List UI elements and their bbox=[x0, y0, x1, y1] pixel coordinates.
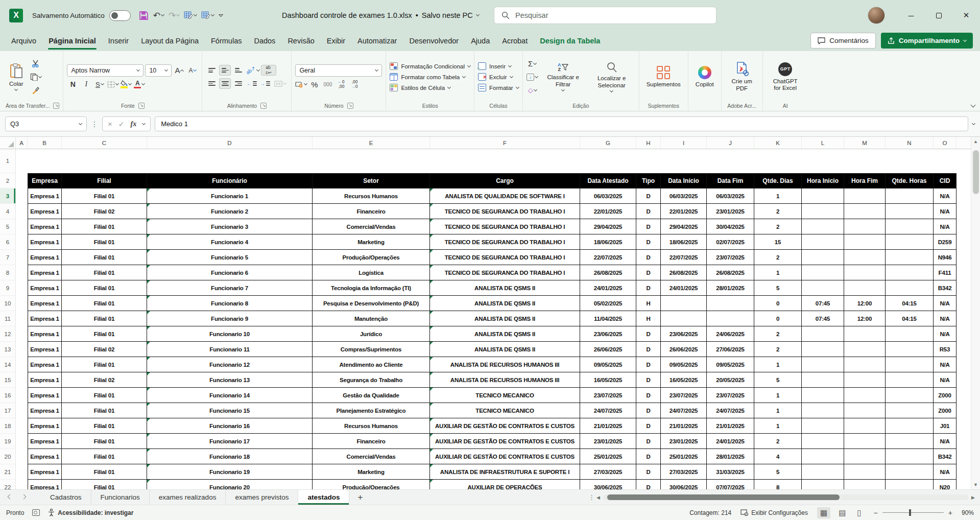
table-cell[interactable]: TECNICO DE SEGURANCA DO TRABALHO I bbox=[430, 265, 580, 280]
table-cell[interactable] bbox=[886, 388, 934, 403]
table-cell[interactable]: ANALISTA DE QSMS II bbox=[430, 326, 580, 342]
delete-cells-button[interactable]: ✕Excluir bbox=[478, 73, 519, 81]
table-cell[interactable]: 29/04/2025 bbox=[580, 219, 636, 234]
table-cell[interactable]: Empresa 1 bbox=[28, 219, 62, 234]
table-header-cargo[interactable]: Cargo bbox=[430, 173, 580, 188]
table-cell[interactable]: D bbox=[636, 372, 661, 388]
table-cell[interactable] bbox=[802, 234, 844, 250]
table-cell[interactable]: 1 bbox=[754, 188, 802, 204]
table-header-setor[interactable]: Setor bbox=[313, 173, 430, 188]
copy-icon[interactable] bbox=[30, 72, 41, 82]
table-cell[interactable] bbox=[802, 342, 844, 357]
table-cell[interactable] bbox=[802, 388, 844, 403]
page-break-view-icon[interactable]: ▯ bbox=[854, 507, 864, 518]
table-cell[interactable] bbox=[886, 403, 934, 418]
table-cell[interactable]: N/A bbox=[934, 326, 957, 342]
table-cell[interactable]: 22/01/2025 bbox=[580, 204, 636, 219]
scroll-left-icon[interactable]: ◀ bbox=[596, 495, 600, 500]
table-cell[interactable]: Marketing bbox=[313, 464, 430, 480]
copilot-button[interactable]: Copilot bbox=[692, 65, 718, 88]
table-cell[interactable]: 24/01/2025 bbox=[661, 280, 707, 296]
table-cell[interactable] bbox=[886, 280, 934, 296]
table-cell[interactable]: Filial 01 bbox=[62, 234, 147, 250]
row-number[interactable]: 15 bbox=[0, 372, 16, 388]
table-cell[interactable]: TECNICO DE SEGURANCA DO TRABALHO I bbox=[430, 204, 580, 219]
number-format-select[interactable]: Geral bbox=[295, 64, 382, 77]
row-number[interactable]: 17 bbox=[0, 403, 16, 418]
cell-a[interactable] bbox=[16, 403, 28, 418]
table-header-funcionario[interactable]: Funcionário bbox=[147, 173, 313, 188]
insert-function-icon[interactable]: fx bbox=[131, 120, 137, 128]
table-cell[interactable]: 27/03/2025 bbox=[661, 464, 707, 480]
table-cell[interactable] bbox=[886, 326, 934, 342]
table-cell[interactable]: D bbox=[636, 326, 661, 342]
table-cell[interactable]: N/A bbox=[934, 311, 957, 326]
table-cell[interactable] bbox=[844, 388, 886, 403]
table-cell[interactable]: 23/07/2025 bbox=[661, 388, 707, 403]
table-cell[interactable] bbox=[886, 342, 934, 357]
accessibility-status[interactable]: Acessibilidade: investigar bbox=[48, 509, 133, 516]
column-header-o[interactable]: O bbox=[934, 137, 957, 149]
insert-cells-button[interactable]: ←Inserir bbox=[478, 62, 519, 70]
sheet-tab-exames-previstos[interactable]: exames previstos bbox=[226, 490, 298, 505]
table-cell[interactable]: Comercial/Vendas bbox=[313, 449, 430, 464]
addins-button[interactable]: Suplementos bbox=[643, 65, 684, 88]
table-cell[interactable]: 24/07/2025 bbox=[661, 403, 707, 418]
dialog-launcher-icon[interactable]: ↘ bbox=[260, 103, 267, 109]
table-cell[interactable] bbox=[886, 265, 934, 280]
table-cell[interactable] bbox=[886, 464, 934, 480]
table-cell[interactable]: J01 bbox=[934, 418, 957, 434]
table-cell[interactable]: 22/07/2025 bbox=[580, 250, 636, 265]
table-cell[interactable] bbox=[886, 449, 934, 464]
table-cell[interactable]: Empresa 1 bbox=[28, 188, 62, 204]
cell-a[interactable] bbox=[16, 388, 28, 403]
table-cell[interactable]: 30/06/2025 bbox=[661, 480, 707, 489]
table-cell[interactable]: 24/06/2025 bbox=[707, 326, 754, 342]
scroll-down-icon[interactable]: ▼ bbox=[973, 482, 978, 487]
table-cell[interactable]: AUXILIAR DE GESTÃO DE CONTRATOS E CUSTOS bbox=[430, 434, 580, 449]
row-number[interactable]: 7 bbox=[0, 250, 16, 265]
table-cell[interactable]: 09/05/2025 bbox=[580, 357, 636, 372]
next-sheet-icon[interactable] bbox=[21, 494, 27, 499]
zoom-out-icon[interactable]: − bbox=[874, 509, 878, 517]
conditional-formatting-button[interactable]: Formatação Condicional bbox=[390, 62, 470, 70]
table-header-hora-inicio[interactable]: Hora Inicio bbox=[802, 173, 844, 188]
table-cell[interactable]: Recursos Humanos bbox=[313, 418, 430, 434]
table-cell[interactable]: 12:00 bbox=[844, 311, 886, 326]
table-cell[interactable]: 2 bbox=[754, 204, 802, 219]
column-header-f[interactable]: F bbox=[430, 137, 580, 149]
table-cell[interactable]: 28/01/2025 bbox=[707, 449, 754, 464]
align-center-icon[interactable] bbox=[219, 78, 231, 89]
zoom-in-icon[interactable]: + bbox=[948, 509, 952, 517]
decrease-font-icon[interactable]: A bbox=[186, 65, 198, 76]
table-cell[interactable] bbox=[802, 418, 844, 434]
table-cell[interactable]: 23/01/2025 bbox=[580, 434, 636, 449]
table-cell[interactable]: 07:45 bbox=[802, 311, 844, 326]
row-number[interactable]: 1 bbox=[0, 149, 16, 173]
font-size-select[interactable]: 10 bbox=[145, 64, 172, 77]
table-cell[interactable] bbox=[844, 372, 886, 388]
customize-toolbar-icon[interactable] bbox=[219, 14, 223, 17]
table-cell[interactable]: 02/07/2025 bbox=[707, 234, 754, 250]
table-cell[interactable]: Funcionario 10 bbox=[147, 326, 313, 342]
table-header-data-fim[interactable]: Data Fim bbox=[707, 173, 754, 188]
table-cell[interactable]: Empresa 1 bbox=[28, 434, 62, 449]
table-cell[interactable]: 30/06/2025 bbox=[580, 480, 636, 489]
table-cell[interactable]: Recursos Humanos bbox=[313, 188, 430, 204]
sheet-tab-cadastros[interactable]: Cadastros bbox=[41, 490, 91, 505]
user-avatar[interactable] bbox=[868, 7, 885, 24]
table-cell[interactable]: 23/01/2025 bbox=[707, 204, 754, 219]
table-cell[interactable]: B342 bbox=[934, 280, 957, 296]
row-number[interactable]: 14 bbox=[0, 357, 16, 372]
table-cell[interactable]: 5 bbox=[754, 464, 802, 480]
dialog-launcher-icon[interactable]: ↘ bbox=[138, 103, 145, 109]
scroll-up-icon[interactable]: ▲ bbox=[973, 139, 978, 144]
table-cell[interactable]: D bbox=[636, 219, 661, 234]
row-number[interactable]: 18 bbox=[0, 418, 16, 434]
undo-button[interactable]: ↶ bbox=[153, 11, 164, 20]
table-cell[interactable]: 2 bbox=[754, 219, 802, 234]
table-cell[interactable]: N20 bbox=[934, 480, 957, 489]
table-cell[interactable] bbox=[886, 188, 934, 204]
align-bottom-icon[interactable] bbox=[232, 65, 244, 76]
table-cell[interactable]: Produção/Operações bbox=[313, 480, 430, 489]
